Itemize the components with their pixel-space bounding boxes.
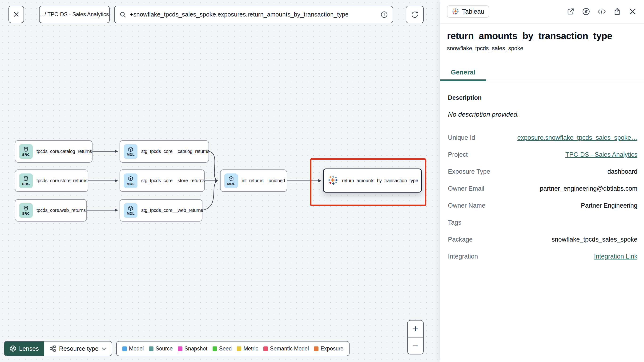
legend-swatch [178, 346, 182, 351]
node-model-stg-store-returns[interactable]: MDL stg_tpcds_core__store_returns [120, 169, 205, 192]
search-icon [119, 11, 126, 18]
project-link[interactable]: TPC-DS - Sales Analytics [566, 151, 638, 158]
legend-swatch [212, 346, 217, 351]
zoom-in-button[interactable]: + [408, 320, 423, 337]
tab-general[interactable]: General [440, 65, 486, 81]
compass-icon [582, 7, 590, 16]
close-icon [629, 8, 637, 16]
model-icon: MDL [124, 144, 138, 159]
close-panel-button[interactable] [628, 7, 637, 16]
node-model-stg-web-returns[interactable]: MDL stg_tpcds_core__web_returns [120, 199, 202, 222]
refresh-button[interactable] [406, 6, 424, 23]
node-label: tpcds_core.store_returns [36, 178, 87, 183]
zoom-out-button[interactable]: − [408, 337, 423, 354]
zoom-controls: + − [407, 320, 424, 354]
share-icon [613, 8, 621, 16]
node-label: stg_tpcds_core__store_returns [141, 178, 205, 183]
lenses-button[interactable]: Lenses [4, 341, 44, 356]
code-icon [598, 8, 606, 16]
legend-item: Metric [237, 345, 258, 352]
legend-item: Snapshot [178, 345, 207, 352]
package-subtitle: snowflake_tpcds_sales_spoke [447, 45, 637, 52]
description-heading: Description [448, 94, 638, 101]
model-icon: MDL [124, 173, 138, 188]
node-label: tpcds_core.web_returns [36, 208, 86, 213]
legend-item: Seed [212, 345, 232, 352]
node-label: tpcds_core.catalog_returns [36, 149, 92, 154]
open-external-button[interactable] [566, 7, 575, 16]
node-source-catalog-returns[interactable]: SRC tpcds_core.catalog_returns [15, 140, 92, 163]
detail-row-integration: Integration Integration Link [448, 248, 638, 265]
source-icon: SRC [19, 144, 33, 159]
refresh-icon [410, 10, 419, 19]
unique-id-link[interactable]: exposure.snowflake_tpcds_sales_spoke… [517, 134, 638, 141]
detail-row-owner-name: Owner Name Partner Engineering [448, 197, 638, 214]
source-icon: SRC [19, 203, 33, 218]
breadcrumb-label: .. / TPC-DS - Sales Analytics [40, 11, 109, 18]
source-icon: SRC [19, 173, 33, 188]
tableau-badge-label: Tableau [462, 8, 484, 15]
detail-rows: Unique Id exposure.snowflake_tpcds_sales… [448, 129, 638, 265]
aperture-icon [10, 345, 16, 352]
resource-type-icon [49, 345, 56, 352]
tableau-logo-icon [452, 8, 459, 15]
legend-swatch [314, 346, 318, 351]
search-input[interactable] [130, 11, 377, 18]
panel-content: Description No description provided. Uni… [440, 81, 644, 265]
close-lineage-button[interactable] [8, 6, 24, 23]
legend-item: Exposure [314, 345, 344, 352]
node-label: return_amounts_by_transaction_type [342, 178, 418, 183]
tableau-logo-icon [328, 175, 338, 186]
legend-item: Source [149, 345, 173, 352]
legend-swatch [149, 346, 154, 351]
node-exposure-return-amounts[interactable]: return_amounts_by_transaction_type [323, 168, 422, 193]
panel-tabs: General [440, 65, 644, 81]
node-label: stg_tpcds_core__web_returns [141, 208, 203, 213]
legend-swatch [237, 346, 241, 351]
node-source-web-returns[interactable]: SRC tpcds_core.web_returns [15, 199, 87, 222]
close-icon [13, 11, 20, 18]
detail-row-project: Project TPC-DS - Sales Analytics [448, 146, 638, 163]
resource-type-legend: Model Source Snapshot Seed Metric Semant… [116, 341, 350, 356]
panel-action-icons [566, 7, 637, 16]
legend-item: Model [122, 345, 144, 352]
node-source-store-returns[interactable]: SRC tpcds_core.store_returns [15, 169, 88, 192]
detail-row-exposure-type: Exposure Type dashboard [448, 163, 638, 180]
lenses-label: Lenses [19, 345, 39, 352]
details-panel: Tableau [440, 0, 644, 362]
code-button[interactable] [598, 7, 606, 16]
tableau-badge: Tableau [447, 6, 489, 18]
node-model-stg-catalog-returns[interactable]: MDL stg_tpcds_core__catalog_returns [120, 140, 209, 163]
external-link-icon [566, 8, 574, 16]
breadcrumb[interactable]: .. / TPC-DS - Sales Analytics [39, 6, 110, 23]
legend-swatch [264, 346, 268, 351]
resource-type-label: Resource type [59, 345, 98, 352]
info-icon[interactable] [380, 11, 388, 18]
integration-link[interactable]: Integration Link [594, 253, 638, 260]
lineage-search[interactable] [114, 6, 393, 23]
panel-title-block: return_amounts_by_transaction_type snowf… [440, 24, 644, 52]
chevron-down-icon [102, 347, 107, 350]
resource-type-dropdown[interactable]: Resource type [44, 341, 112, 356]
detail-row-package: Package snowflake_tpcds_sales_spoke [448, 231, 638, 248]
model-icon: MDL [224, 173, 238, 188]
details-panel-header: Tableau [440, 0, 644, 24]
page-title: return_amounts_by_transaction_type [447, 31, 637, 41]
node-label: int_returns__unioned [242, 178, 285, 183]
share-button[interactable] [613, 7, 622, 16]
explore-button[interactable] [582, 7, 590, 16]
legend-item: Semantic Model [264, 345, 309, 352]
detail-row-owner-email: Owner Email partner_engineering@dbtlabs.… [448, 180, 638, 197]
description-empty-text: No description provided. [448, 111, 638, 118]
model-icon: MDL [124, 203, 138, 218]
node-model-int-returns-unioned[interactable]: MDL int_returns__unioned [220, 169, 287, 192]
detail-row-unique-id: Unique Id exposure.snowflake_tpcds_sales… [448, 129, 638, 146]
lenses-toolbar: Lenses Resource type [4, 341, 112, 356]
node-label: stg_tpcds_core__catalog_returns [141, 149, 210, 154]
detail-row-tags: Tags [448, 214, 638, 231]
legend-swatch [122, 346, 127, 351]
